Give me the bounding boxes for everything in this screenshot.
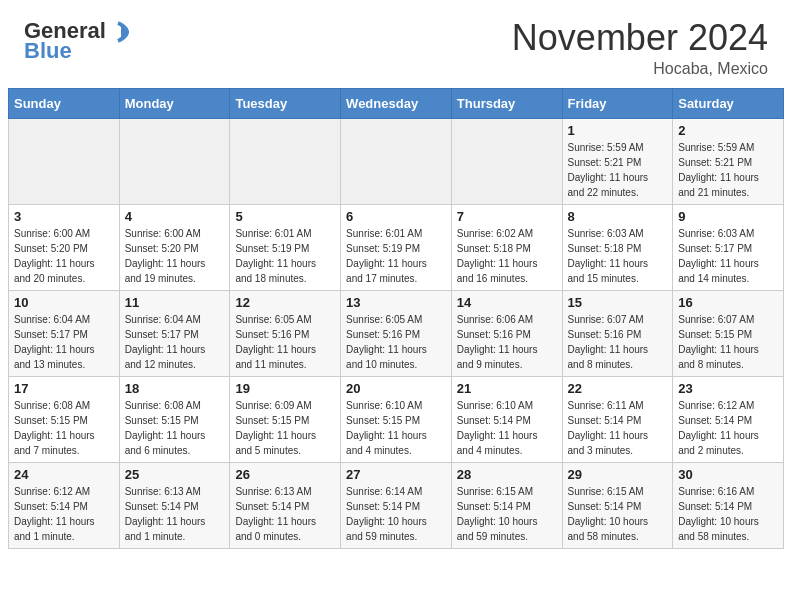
calendar-cell: 19Sunrise: 6:09 AMSunset: 5:15 PMDayligh… (230, 376, 341, 462)
calendar-cell: 17Sunrise: 6:08 AMSunset: 5:15 PMDayligh… (9, 376, 120, 462)
location: Hocaba, Mexico (512, 60, 768, 78)
day-info: Sunrise: 6:16 AMSunset: 5:14 PMDaylight:… (678, 484, 778, 544)
day-info: Sunrise: 6:00 AMSunset: 5:20 PMDaylight:… (14, 226, 114, 286)
day-number: 26 (235, 467, 335, 482)
calendar-cell: 2Sunrise: 5:59 AMSunset: 5:21 PMDaylight… (673, 118, 784, 204)
day-number: 25 (125, 467, 225, 482)
calendar-cell: 30Sunrise: 6:16 AMSunset: 5:14 PMDayligh… (673, 462, 784, 548)
calendar-cell: 25Sunrise: 6:13 AMSunset: 5:14 PMDayligh… (119, 462, 230, 548)
day-number: 7 (457, 209, 557, 224)
logo: General Blue (24, 18, 129, 63)
day-number: 13 (346, 295, 446, 310)
day-number: 16 (678, 295, 778, 310)
day-info: Sunrise: 6:11 AMSunset: 5:14 PMDaylight:… (568, 398, 668, 458)
day-info: Sunrise: 6:07 AMSunset: 5:16 PMDaylight:… (568, 312, 668, 372)
calendar-cell: 24Sunrise: 6:12 AMSunset: 5:14 PMDayligh… (9, 462, 120, 548)
calendar-cell: 23Sunrise: 6:12 AMSunset: 5:14 PMDayligh… (673, 376, 784, 462)
calendar-table: SundayMondayTuesdayWednesdayThursdayFrid… (8, 88, 784, 549)
day-number: 5 (235, 209, 335, 224)
weekday-saturday: Saturday (673, 88, 784, 118)
calendar-cell (119, 118, 230, 204)
day-number: 20 (346, 381, 446, 396)
weekday-wednesday: Wednesday (341, 88, 452, 118)
calendar-cell: 10Sunrise: 6:04 AMSunset: 5:17 PMDayligh… (9, 290, 120, 376)
calendar-cell: 3Sunrise: 6:00 AMSunset: 5:20 PMDaylight… (9, 204, 120, 290)
day-info: Sunrise: 6:04 AMSunset: 5:17 PMDaylight:… (125, 312, 225, 372)
calendar-week-2: 10Sunrise: 6:04 AMSunset: 5:17 PMDayligh… (9, 290, 784, 376)
day-info: Sunrise: 6:10 AMSunset: 5:15 PMDaylight:… (346, 398, 446, 458)
calendar-cell: 9Sunrise: 6:03 AMSunset: 5:17 PMDaylight… (673, 204, 784, 290)
day-number: 22 (568, 381, 668, 396)
calendar-wrapper: SundayMondayTuesdayWednesdayThursdayFrid… (0, 88, 792, 557)
day-info: Sunrise: 6:08 AMSunset: 5:15 PMDaylight:… (125, 398, 225, 458)
day-info: Sunrise: 6:08 AMSunset: 5:15 PMDaylight:… (14, 398, 114, 458)
day-number: 2 (678, 123, 778, 138)
day-number: 23 (678, 381, 778, 396)
day-info: Sunrise: 6:05 AMSunset: 5:16 PMDaylight:… (235, 312, 335, 372)
day-number: 27 (346, 467, 446, 482)
calendar-cell: 18Sunrise: 6:08 AMSunset: 5:15 PMDayligh… (119, 376, 230, 462)
day-number: 6 (346, 209, 446, 224)
day-info: Sunrise: 6:10 AMSunset: 5:14 PMDaylight:… (457, 398, 557, 458)
logo-icon (107, 21, 129, 43)
day-info: Sunrise: 6:12 AMSunset: 5:14 PMDaylight:… (14, 484, 114, 544)
day-number: 10 (14, 295, 114, 310)
calendar-cell (9, 118, 120, 204)
calendar-week-4: 24Sunrise: 6:12 AMSunset: 5:14 PMDayligh… (9, 462, 784, 548)
day-info: Sunrise: 6:15 AMSunset: 5:14 PMDaylight:… (568, 484, 668, 544)
day-number: 8 (568, 209, 668, 224)
calendar-cell: 21Sunrise: 6:10 AMSunset: 5:14 PMDayligh… (451, 376, 562, 462)
weekday-sunday: Sunday (9, 88, 120, 118)
day-number: 19 (235, 381, 335, 396)
calendar-cell: 26Sunrise: 6:13 AMSunset: 5:14 PMDayligh… (230, 462, 341, 548)
day-number: 4 (125, 209, 225, 224)
weekday-thursday: Thursday (451, 88, 562, 118)
day-info: Sunrise: 6:05 AMSunset: 5:16 PMDaylight:… (346, 312, 446, 372)
month-title: November 2024 (512, 18, 768, 58)
day-info: Sunrise: 6:02 AMSunset: 5:18 PMDaylight:… (457, 226, 557, 286)
day-number: 18 (125, 381, 225, 396)
calendar-cell: 1Sunrise: 5:59 AMSunset: 5:21 PMDaylight… (562, 118, 673, 204)
day-info: Sunrise: 6:15 AMSunset: 5:14 PMDaylight:… (457, 484, 557, 544)
calendar-cell: 22Sunrise: 6:11 AMSunset: 5:14 PMDayligh… (562, 376, 673, 462)
weekday-tuesday: Tuesday (230, 88, 341, 118)
day-info: Sunrise: 6:06 AMSunset: 5:16 PMDaylight:… (457, 312, 557, 372)
weekday-monday: Monday (119, 88, 230, 118)
day-info: Sunrise: 6:01 AMSunset: 5:19 PMDaylight:… (235, 226, 335, 286)
day-info: Sunrise: 6:03 AMSunset: 5:18 PMDaylight:… (568, 226, 668, 286)
calendar-cell: 27Sunrise: 6:14 AMSunset: 5:14 PMDayligh… (341, 462, 452, 548)
day-info: Sunrise: 6:00 AMSunset: 5:20 PMDaylight:… (125, 226, 225, 286)
day-number: 1 (568, 123, 668, 138)
calendar-cell: 16Sunrise: 6:07 AMSunset: 5:15 PMDayligh… (673, 290, 784, 376)
calendar-week-0: 1Sunrise: 5:59 AMSunset: 5:21 PMDaylight… (9, 118, 784, 204)
calendar-cell: 11Sunrise: 6:04 AMSunset: 5:17 PMDayligh… (119, 290, 230, 376)
calendar-cell: 8Sunrise: 6:03 AMSunset: 5:18 PMDaylight… (562, 204, 673, 290)
day-info: Sunrise: 6:01 AMSunset: 5:19 PMDaylight:… (346, 226, 446, 286)
day-number: 11 (125, 295, 225, 310)
calendar-cell: 12Sunrise: 6:05 AMSunset: 5:16 PMDayligh… (230, 290, 341, 376)
day-number: 29 (568, 467, 668, 482)
calendar-cell: 4Sunrise: 6:00 AMSunset: 5:20 PMDaylight… (119, 204, 230, 290)
day-number: 9 (678, 209, 778, 224)
calendar-cell: 7Sunrise: 6:02 AMSunset: 5:18 PMDaylight… (451, 204, 562, 290)
day-number: 15 (568, 295, 668, 310)
calendar-header: SundayMondayTuesdayWednesdayThursdayFrid… (9, 88, 784, 118)
day-number: 17 (14, 381, 114, 396)
day-number: 3 (14, 209, 114, 224)
day-info: Sunrise: 5:59 AMSunset: 5:21 PMDaylight:… (678, 140, 778, 200)
calendar-cell: 6Sunrise: 6:01 AMSunset: 5:19 PMDaylight… (341, 204, 452, 290)
day-number: 14 (457, 295, 557, 310)
day-number: 28 (457, 467, 557, 482)
title-block: November 2024 Hocaba, Mexico (512, 18, 768, 78)
page-header: General Blue November 2024 Hocaba, Mexic… (0, 0, 792, 88)
calendar-cell: 28Sunrise: 6:15 AMSunset: 5:14 PMDayligh… (451, 462, 562, 548)
day-info: Sunrise: 6:03 AMSunset: 5:17 PMDaylight:… (678, 226, 778, 286)
weekday-friday: Friday (562, 88, 673, 118)
calendar-cell: 29Sunrise: 6:15 AMSunset: 5:14 PMDayligh… (562, 462, 673, 548)
calendar-cell: 13Sunrise: 6:05 AMSunset: 5:16 PMDayligh… (341, 290, 452, 376)
calendar-cell: 5Sunrise: 6:01 AMSunset: 5:19 PMDaylight… (230, 204, 341, 290)
day-info: Sunrise: 6:13 AMSunset: 5:14 PMDaylight:… (235, 484, 335, 544)
day-info: Sunrise: 6:12 AMSunset: 5:14 PMDaylight:… (678, 398, 778, 458)
day-info: Sunrise: 6:13 AMSunset: 5:14 PMDaylight:… (125, 484, 225, 544)
calendar-cell: 15Sunrise: 6:07 AMSunset: 5:16 PMDayligh… (562, 290, 673, 376)
